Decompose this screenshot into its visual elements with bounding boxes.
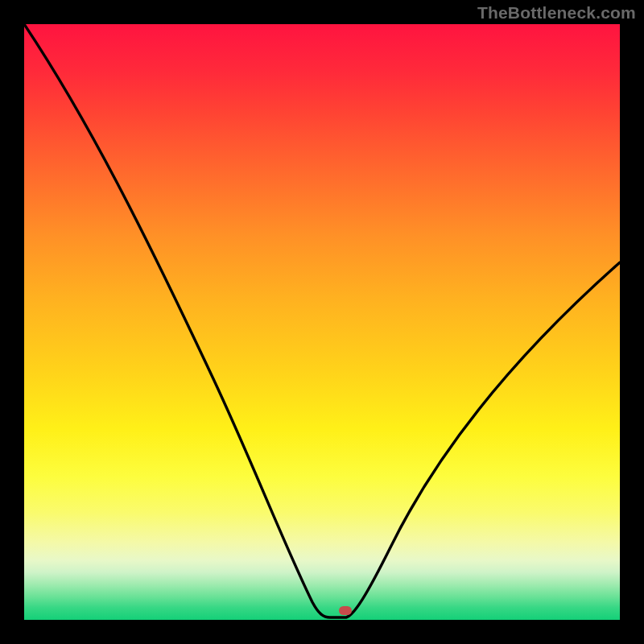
watermark-text: TheBottleneck.com <box>477 3 636 23</box>
optimal-marker <box>339 606 352 615</box>
plot-area <box>24 24 620 620</box>
curve-path <box>24 24 620 617</box>
bottleneck-curve <box>24 24 620 620</box>
chart-container: TheBottleneck.com <box>0 0 644 644</box>
